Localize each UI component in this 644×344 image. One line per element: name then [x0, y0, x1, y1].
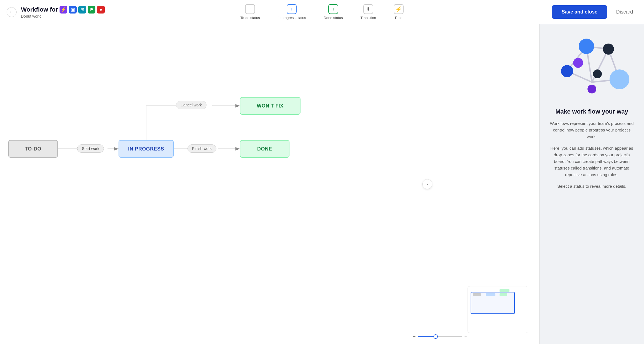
transition-cancel-work[interactable]: Cancel work — [176, 101, 206, 109]
workflow-subtitle: Donut world — [21, 14, 105, 18]
zoom-controls: − + — [412, 333, 468, 340]
discard-button[interactable]: Discard — [612, 5, 637, 19]
transition-start-work[interactable]: Start work — [77, 144, 104, 153]
sidebar-paragraph-1: Workflows represent your team's process … — [548, 120, 636, 140]
svg-point-16 — [593, 69, 602, 78]
svg-point-20 — [587, 85, 596, 93]
teal-icon: ⊞ — [78, 6, 86, 14]
header: ← Workflow for ⚡ ▣ ⊞ ⚑ ● Donut world + T… — [0, 0, 644, 24]
toolbar-item-todo[interactable]: + To-do status — [232, 2, 269, 22]
transition-label: Transition — [360, 16, 376, 20]
cancel-work-label: Cancel work — [181, 103, 202, 107]
sidebar-title: Make work flow your way — [555, 108, 628, 115]
wontfix-label: WON'T FIX — [257, 103, 284, 109]
todo-status-label: To-do status — [240, 16, 260, 20]
status-node-done[interactable]: DONE — [240, 140, 289, 158]
done-status-label: Done status — [324, 16, 343, 20]
svg-point-19 — [610, 69, 629, 89]
graph-svg — [553, 35, 630, 101]
status-node-wontfix[interactable]: WON'T FIX — [240, 97, 300, 115]
todo-status-icon: + — [245, 4, 255, 14]
workflow-arrows — [0, 24, 539, 344]
collapse-sidebar-button[interactable]: › — [422, 179, 432, 189]
done-label: DONE — [257, 146, 272, 152]
save-close-button[interactable]: Save and close — [552, 5, 607, 19]
title-text: Workflow for — [21, 6, 58, 13]
status-node-todo[interactable]: TO-DO — [8, 140, 58, 158]
workflow-canvas[interactable]: TO-DO Start work IN PROGRESS Finish work… — [0, 24, 539, 344]
transition-finish-work[interactable]: Finish work — [187, 144, 216, 153]
svg-point-14 — [603, 44, 614, 55]
zoom-slider-thumb — [433, 334, 438, 339]
toolbar-item-done[interactable]: + Done status — [315, 2, 351, 22]
start-work-label: Start work — [82, 146, 99, 151]
workflow-title: Workflow for ⚡ ▣ ⊞ ⚑ ● Donut world — [21, 6, 105, 18]
toolbar-item-rule[interactable]: ⚡ Rule — [385, 2, 412, 22]
svg-point-13 — [579, 39, 594, 54]
main-layout: TO-DO Start work IN PROGRESS Finish work… — [0, 24, 644, 344]
back-button[interactable]: ← — [7, 7, 17, 17]
red-icon: ● — [97, 6, 105, 14]
zoom-out-icon[interactable]: − — [412, 333, 416, 340]
title-row: Workflow for ⚡ ▣ ⊞ ⚑ ● — [21, 6, 105, 14]
toolbar-item-transition[interactable]: ⬍ Transition — [351, 2, 385, 22]
inprogress-status-icon: + — [287, 4, 297, 14]
zoom-in-icon[interactable]: + — [464, 333, 468, 340]
status-node-inprogress[interactable]: IN PROGRESS — [119, 140, 174, 158]
header-actions: Save and close Discard — [552, 5, 637, 19]
svg-point-15 — [573, 58, 583, 68]
rule-icon: ⚡ — [394, 4, 404, 14]
blue-icon: ▣ — [69, 6, 77, 14]
inprogress-label: IN PROGRESS — [128, 146, 164, 152]
finish-work-label: Finish work — [192, 146, 212, 151]
rule-label: Rule — [395, 16, 402, 20]
toolbar-item-inprogress[interactable]: + In progress status — [269, 2, 315, 22]
green-icon: ⚑ — [88, 6, 95, 14]
sidebar-paragraph-2: Here, you can add statuses, which appear… — [548, 145, 636, 178]
svg-point-18 — [561, 65, 573, 77]
sidebar-paragraph-3: Select a status to reveal more details. — [557, 183, 626, 190]
graph-illustration — [553, 35, 630, 101]
transition-icon: ⬍ — [363, 4, 373, 14]
inprogress-status-label: In progress status — [278, 16, 306, 20]
zoom-slider[interactable] — [418, 336, 462, 337]
minimap — [468, 286, 528, 333]
toolbar-center: + To-do status + In progress status + Do… — [232, 2, 412, 22]
done-status-icon: + — [328, 4, 338, 14]
sidebar: Make work flow your way Workflows repres… — [539, 24, 644, 344]
purple-icon: ⚡ — [60, 6, 67, 14]
todo-label: TO-DO — [25, 146, 41, 152]
